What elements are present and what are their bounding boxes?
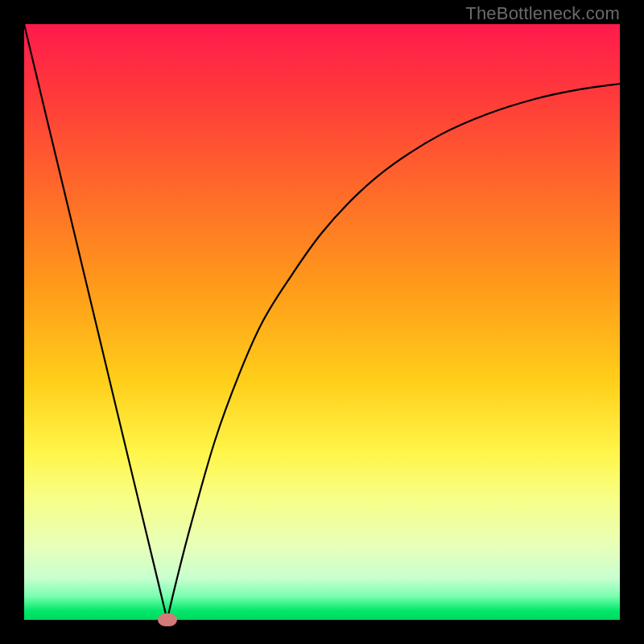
- chart-frame: TheBottleneck.com: [0, 0, 644, 644]
- min-marker: [158, 613, 177, 626]
- curve-right-branch: [167, 84, 620, 620]
- curve-svg: [24, 24, 620, 620]
- curve-left-branch: [24, 24, 167, 620]
- plot-area: [24, 24, 620, 620]
- watermark-text: TheBottleneck.com: [465, 3, 620, 24]
